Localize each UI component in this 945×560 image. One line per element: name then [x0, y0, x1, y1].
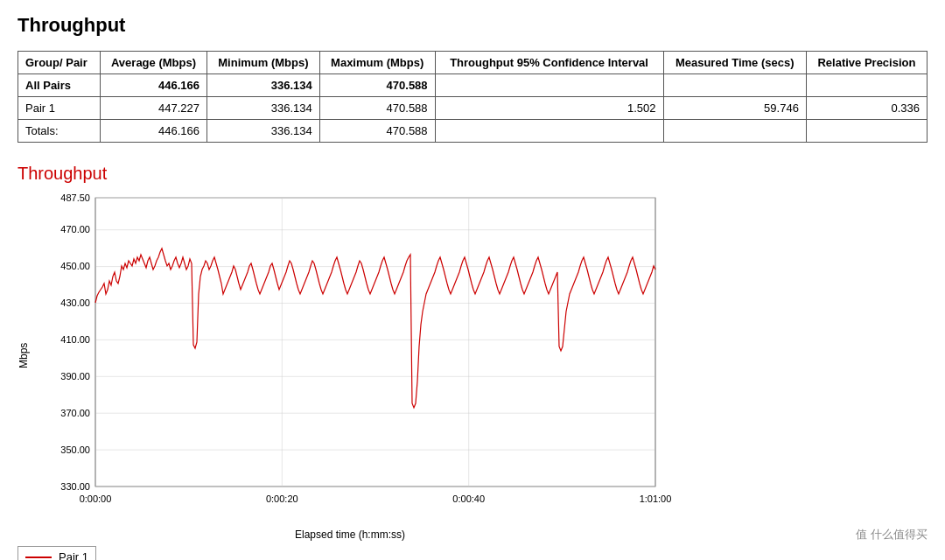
svg-text:0:00:20: 0:00:20 [266, 494, 298, 504]
legend-box: Pair 1 [18, 546, 96, 560]
table-cell: 470.588 [319, 97, 435, 120]
table-cell: 1.502 [435, 97, 663, 120]
svg-text:370.00: 370.00 [60, 408, 90, 418]
table-row: All Pairs446.166336.134470.588 [18, 74, 928, 97]
table-cell [663, 74, 806, 97]
table-cell [435, 74, 663, 97]
col-group: Group/ Pair [18, 52, 101, 74]
main-title: Throughput [18, 14, 928, 37]
svg-text:330.00: 330.00 [60, 481, 90, 492]
table-cell [435, 120, 663, 143]
svg-text:450.00: 450.00 [60, 261, 90, 271]
table-cell: 470.588 [319, 120, 435, 143]
chart-title: Throughput [18, 164, 928, 184]
table-row: Totals:446.166336.134470.588 [18, 120, 928, 143]
col-maximum: Maximum (Mbps) [319, 52, 435, 74]
table-cell: Totals: [18, 120, 101, 143]
table-cell: 59.746 [663, 97, 806, 120]
svg-text:410.00: 410.00 [60, 334, 90, 345]
svg-text:390.00: 390.00 [60, 371, 90, 382]
table-cell: 447.227 [100, 97, 206, 120]
svg-text:0:00:00: 0:00:00 [80, 494, 112, 504]
watermark: 值 什么值得买 [856, 527, 928, 542]
table-cell [806, 120, 927, 143]
table-cell: 0.336 [806, 97, 927, 120]
table-cell: Pair 1 [18, 97, 101, 120]
chart-area: 487.50 470.00 450.00 430.00 410.00 390.0… [33, 189, 682, 522]
table-cell: 446.166 [100, 74, 206, 97]
table-cell [806, 74, 927, 97]
table-cell [663, 120, 806, 143]
col-precision: Relative Precision [806, 52, 927, 74]
x-axis-label: Elapsed time (h:mm:ss) [18, 528, 682, 541]
svg-text:0:00:40: 0:00:40 [452, 494, 485, 504]
table-cell: 470.588 [319, 74, 435, 97]
col-measured: Measured Time (secs) [663, 52, 806, 74]
throughput-table: Group/ Pair Average (Mbps) Minimum (Mbps… [18, 51, 928, 143]
table-cell: 446.166 [100, 120, 206, 143]
svg-text:487.50: 487.50 [60, 192, 90, 203]
table-row: Pair 1447.227336.134470.5881.50259.7460.… [18, 97, 928, 120]
legend-label-pair1: Pair 1 [59, 550, 88, 560]
svg-rect-0 [95, 198, 655, 486]
throughput-chart: 487.50 470.00 450.00 430.00 410.00 390.0… [33, 189, 682, 522]
table-cell: 336.134 [207, 97, 320, 120]
svg-text:1:01:00: 1:01:00 [640, 494, 672, 504]
table-cell: All Pairs [18, 74, 101, 97]
chart-container: Mbps 487.50 470.00 450.00 430.00 [18, 189, 682, 522]
col-minimum: Minimum (Mbps) [207, 52, 320, 74]
svg-text:470.00: 470.00 [60, 224, 90, 234]
svg-text:430.00: 430.00 [60, 298, 90, 308]
col-confidence: Throughput 95% Confidence Interval [435, 52, 663, 74]
svg-text:350.00: 350.00 [60, 444, 90, 455]
table-cell: 336.134 [207, 120, 320, 143]
table-cell: 336.134 [207, 74, 320, 97]
col-average: Average (Mbps) [100, 52, 206, 74]
y-axis-label: Mbps [18, 189, 30, 522]
legend-line-pair1 [25, 556, 52, 558]
